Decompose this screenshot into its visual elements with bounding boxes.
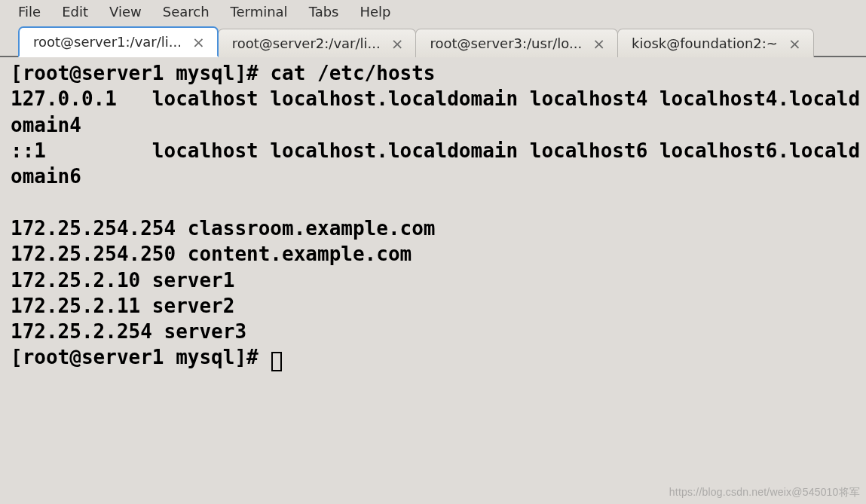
- output-line: 172.25.2.254 server3: [11, 320, 246, 343]
- shell-prompt: [root@server1 mysql]#: [11, 346, 270, 368]
- menubar: File Edit View Search Terminal Tabs Help: [0, 0, 866, 26]
- close-icon[interactable]: ×: [591, 36, 607, 51]
- tabbar: root@server1:/var/li... × root@server2:/…: [0, 26, 866, 57]
- close-icon[interactable]: ×: [191, 35, 207, 50]
- tab-server3[interactable]: root@server3:/usr/lo... ×: [415, 29, 618, 57]
- shell-prompt: [root@server1 mysql]#: [11, 62, 270, 84]
- tab-label: root@server3:/usr/lo...: [430, 35, 582, 51]
- menu-help[interactable]: Help: [350, 2, 399, 22]
- cursor-icon: [271, 352, 282, 371]
- tab-label: kiosk@foundation2:~: [632, 35, 778, 51]
- menu-terminal[interactable]: Terminal: [222, 2, 297, 22]
- close-icon[interactable]: ×: [390, 36, 405, 51]
- tab-server1[interactable]: root@server1:/var/li... ×: [18, 26, 219, 57]
- tab-label: root@server1:/var/li...: [33, 34, 182, 50]
- output-line: 172.25.254.254 classroom.example.com: [11, 217, 436, 240]
- output-line: 172.25.2.11 server2: [11, 295, 234, 317]
- output-line: 172.25.2.10 server1: [11, 269, 234, 292]
- menu-file[interactable]: File: [9, 2, 50, 22]
- output-line: 127.0.0.1 localhost localhost.localdomai…: [11, 87, 860, 136]
- menu-tabs[interactable]: Tabs: [300, 2, 348, 22]
- shell-command: cat /etc/hosts: [270, 62, 435, 84]
- close-icon[interactable]: ×: [787, 36, 803, 51]
- tab-foundation2[interactable]: kiosk@foundation2:~ ×: [617, 29, 814, 57]
- tab-label: root@server2:/var/li...: [232, 35, 381, 51]
- menu-view[interactable]: View: [100, 2, 151, 22]
- output-line: 172.25.254.250 content.example.com: [11, 243, 412, 265]
- watermark-text: https://blog.csdn.net/weix@545010将军: [669, 486, 860, 499]
- tab-server2[interactable]: root@server2:/var/li... ×: [218, 29, 417, 57]
- menu-edit[interactable]: Edit: [53, 2, 97, 22]
- terminal-output[interactable]: [root@server1 mysql]# cat /etc/hosts 127…: [0, 57, 866, 501]
- menu-search[interactable]: Search: [154, 2, 219, 22]
- output-line: ::1 localhost localhost.localdomain loca…: [11, 139, 860, 188]
